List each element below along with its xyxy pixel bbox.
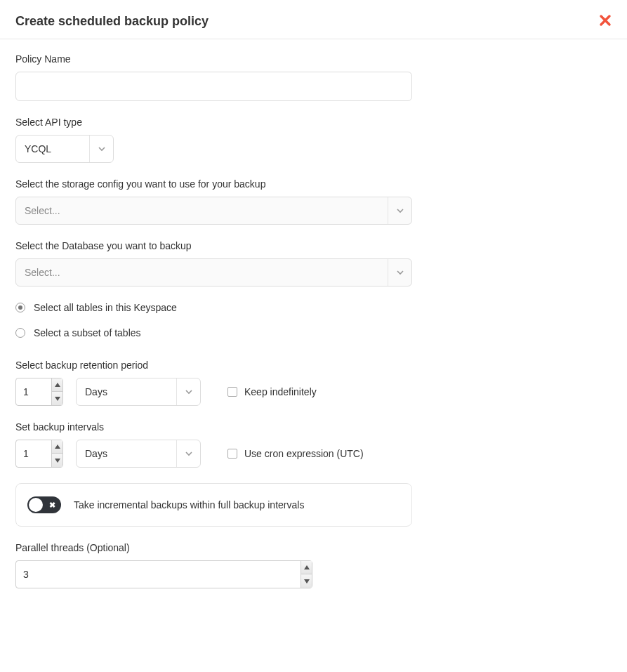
intervals-group: Set backup intervals 1 Days Use cron exp… (15, 421, 434, 468)
policy-name-group: Policy Name (15, 53, 434, 101)
retention-value-stepper[interactable]: 1 (15, 378, 63, 406)
database-group: Select the Database you want to backup S… (15, 240, 434, 286)
spinner-down-icon[interactable] (52, 454, 62, 467)
tables-radio-group: Select all tables in this Keyspace Selec… (15, 302, 434, 338)
radio-subset-tables[interactable]: Select a subset of tables (15, 327, 434, 338)
radio-all-label: Select all tables in this Keyspace (34, 302, 177, 313)
chevron-down-icon (388, 197, 411, 224)
intervals-value: 1 (16, 440, 51, 467)
spinner-buttons (51, 378, 62, 405)
policy-name-label: Policy Name (15, 53, 434, 65)
use-cron-checkbox[interactable]: Use cron expression (UTC) (227, 448, 364, 459)
storage-config-group: Select the storage config you want to us… (15, 178, 434, 225)
intervals-unit-select[interactable]: Days (76, 440, 201, 468)
keep-indefinitely-label: Keep indefinitely (244, 386, 317, 397)
incremental-panel: ✖ Take incremental backups within full b… (15, 483, 412, 527)
radio-icon (15, 303, 25, 312)
database-select[interactable]: Select... (15, 258, 412, 286)
spinner-up-icon[interactable] (301, 561, 312, 574)
parallel-value: 3 (16, 561, 301, 588)
api-type-label: Select API type (15, 117, 434, 128)
close-icon: ✖ (49, 501, 55, 509)
storage-config-placeholder: Select... (16, 197, 388, 224)
spinner-up-icon[interactable] (52, 378, 62, 392)
incremental-toggle[interactable]: ✖ (27, 496, 61, 513)
retention-value: 1 (16, 378, 51, 405)
spinner-down-icon[interactable] (52, 392, 62, 405)
storage-config-label: Select the storage config you want to us… (15, 178, 434, 190)
retention-label: Select backup retention period (15, 360, 434, 371)
keep-indefinitely-checkbox[interactable]: Keep indefinitely (227, 386, 317, 397)
chevron-down-icon (176, 440, 200, 467)
dialog-body: Policy Name Select API type YCQL Select … (0, 39, 449, 618)
spinner-buttons (51, 440, 62, 467)
spinner-down-icon[interactable] (301, 574, 312, 588)
toggle-knob (29, 498, 43, 512)
api-type-value: YCQL (16, 136, 89, 162)
parallel-threads-stepper[interactable]: 3 (15, 560, 312, 588)
radio-all-tables[interactable]: Select all tables in this Keyspace (15, 302, 434, 313)
parallel-group: Parallel threads (Optional) 3 (15, 542, 434, 588)
checkbox-icon (227, 449, 237, 459)
intervals-value-stepper[interactable]: 1 (15, 440, 63, 468)
close-icon[interactable] (599, 14, 612, 29)
checkbox-icon (227, 387, 237, 397)
chevron-down-icon (89, 136, 113, 162)
use-cron-label: Use cron expression (UTC) (244, 448, 364, 459)
incremental-label: Take incremental backups within full bac… (74, 499, 304, 510)
chevron-down-icon (388, 259, 411, 286)
radio-subset-label: Select a subset of tables (34, 327, 141, 338)
storage-config-select[interactable]: Select... (15, 197, 412, 225)
database-placeholder: Select... (16, 259, 388, 286)
policy-name-input[interactable] (15, 72, 412, 101)
spinner-up-icon[interactable] (52, 440, 62, 454)
api-type-group: Select API type YCQL (15, 117, 434, 163)
retention-unit-select[interactable]: Days (76, 378, 201, 406)
radio-icon (15, 328, 25, 338)
dialog-header: Create scheduled backup policy (0, 0, 627, 39)
database-label: Select the Database you want to backup (15, 240, 434, 251)
intervals-unit-value: Days (77, 440, 176, 467)
api-type-select[interactable]: YCQL (15, 135, 114, 163)
intervals-label: Set backup intervals (15, 421, 434, 433)
dialog-title: Create scheduled backup policy (15, 14, 209, 29)
chevron-down-icon (176, 378, 200, 405)
retention-unit-value: Days (77, 378, 176, 405)
parallel-label: Parallel threads (Optional) (15, 542, 434, 553)
spinner-buttons (301, 561, 312, 588)
retention-group: Select backup retention period 1 Days Ke… (15, 360, 434, 406)
